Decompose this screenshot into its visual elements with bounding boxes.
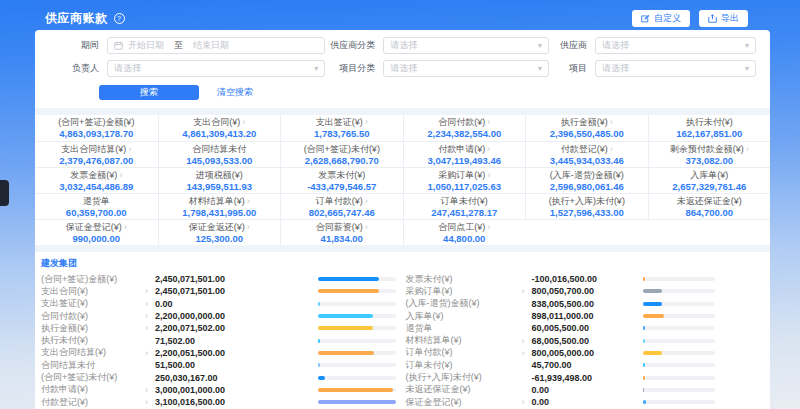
stat-card[interactable]: 剩余预付款金额(¥)›373,082.00 — [648, 141, 771, 167]
metric-row[interactable]: 支出合同(¥)›2,450,071,501.00 — [41, 285, 406, 297]
chevron-right-icon: › — [610, 144, 613, 154]
stat-card[interactable]: 材料结算单(¥)›1,798,431,995.00 — [158, 193, 281, 219]
stat-value: 4,861,309,413.20 — [182, 128, 256, 139]
metric-value: 51,500.00 — [155, 360, 318, 370]
clear-search-link[interactable]: 清空搜索 — [217, 86, 253, 99]
stat-card[interactable]: 支出合同结算(¥)›2,379,476,087.00 — [35, 141, 158, 167]
chevron-right-icon: › — [242, 117, 245, 127]
metric-bar — [318, 376, 396, 380]
metric-row[interactable]: 合同付款(¥)›2,200,000,000.00 — [41, 310, 406, 322]
metric-row[interactable]: 付款登记(¥)›3,100,016,500.00 — [41, 396, 406, 408]
metric-bar — [318, 388, 396, 392]
metric-bar-fill — [318, 388, 394, 392]
stat-card: 进项税额(¥)143,959,511.93 — [158, 167, 281, 193]
metric-row[interactable]: 采购订单(¥)›800,050,700.00 — [406, 285, 771, 297]
stat-value: 3,032,454,486.89 — [59, 181, 133, 192]
metric-bar-fill — [643, 302, 662, 306]
customize-button[interactable]: 自定义 — [632, 10, 690, 27]
metric-bar — [643, 326, 715, 330]
metric-row: 入库单(¥)898,011,000.00 — [406, 310, 771, 322]
metric-value: 0.00 — [532, 397, 644, 407]
metric-bar — [643, 400, 715, 404]
metric-row[interactable]: 订单付款(¥)›800,005,000.00 — [406, 347, 771, 359]
chevron-right-icon: › — [145, 311, 155, 321]
metric-bar-fill — [318, 339, 320, 343]
search-button[interactable]: 搜索 — [99, 85, 199, 100]
metric-bar — [318, 277, 396, 281]
metric-bar — [643, 277, 715, 281]
metric-value: 3,000,001,000.00 — [155, 385, 318, 395]
stat-card[interactable]: 合同点工(¥)›44,800.00 — [403, 219, 526, 245]
stat-card[interactable]: 合同付款(¥)›2,234,382,554.00 — [403, 115, 526, 141]
stat-cell-empty — [525, 219, 648, 245]
metric-label: 支出合同(¥) — [41, 285, 145, 298]
side-drawer-handle[interactable] — [0, 180, 9, 206]
export-button[interactable]: 导出 — [699, 10, 748, 27]
chevron-right-icon: › — [145, 397, 155, 407]
owner-label: 负责人 — [35, 62, 107, 75]
stat-card[interactable]: 付款登记(¥)›3,445,934,033.46 — [525, 141, 648, 167]
stat-label-text: 未返还保证金(¥) — [677, 196, 742, 206]
supplier-category-label: 供应商分类 — [325, 39, 383, 52]
stat-value: 125,300.00 — [195, 233, 243, 244]
project-category-select[interactable]: 请选择 ▾ — [383, 60, 549, 77]
metric-bar — [318, 326, 396, 330]
metric-value: 250,030,167.00 — [155, 373, 318, 383]
metric-row[interactable]: 付款申请(¥)›3,000,001,000.00 — [41, 384, 406, 396]
help-icon[interactable]: ? — [114, 13, 125, 24]
metric-bar — [318, 289, 396, 293]
stat-label-text: 发票未付(¥) — [318, 170, 365, 180]
metric-row[interactable]: 保证金登记(¥)›0.00 — [406, 396, 771, 408]
metric-label: 执行金额(¥) — [41, 322, 145, 335]
chevron-right-icon: › — [124, 222, 127, 232]
metric-row[interactable]: 支出签证(¥)›0.00 — [41, 298, 406, 310]
page-header: 供应商账款 ? 自定义 导出 — [45, 10, 748, 27]
stat-card[interactable]: 发票金额(¥)›3,032,454,486.89 — [35, 167, 158, 193]
metric-value: 2,200,071,502.00 — [155, 323, 318, 333]
stat-card[interactable]: 保证金登记(¥)›990,000.00 — [35, 219, 158, 245]
stat-card[interactable]: 保证金返还(¥)›125,300.00 — [158, 219, 281, 245]
stat-value: 1,783,765.50 — [314, 128, 369, 139]
metric-label: 发票未付(¥) — [406, 273, 522, 286]
chevron-right-icon: › — [522, 397, 532, 407]
metric-bar — [318, 302, 396, 306]
stat-label: (入库-退货)金额(¥) — [550, 170, 624, 181]
stat-label-text: 执行金额(¥) — [561, 117, 608, 127]
stat-label: 订单未付(¥) — [441, 196, 488, 207]
chevron-down-icon: ▾ — [745, 64, 749, 73]
stat-card[interactable]: 付款申请(¥)›3,047,119,493.46 — [403, 141, 526, 167]
metric-row[interactable]: 支出合同结算(¥)›2,200,051,500.00 — [41, 347, 406, 359]
metric-value: 0.00 — [155, 299, 318, 309]
chevron-down-icon: ▾ — [538, 41, 542, 50]
metric-row: 订单未付(¥)45,700.00 — [406, 359, 771, 371]
stat-card[interactable]: 支出签证(¥)›1,783,765.50 — [280, 115, 403, 141]
metric-label: 执行未付(¥) — [41, 334, 145, 347]
stat-card[interactable]: 支出合同(¥)›4,861,309,413.20 — [158, 115, 281, 141]
stat-card[interactable]: 采购订单(¥)›1,050,117,025.63 — [403, 167, 526, 193]
group-section: 建发集团 (合同+签证)金额(¥)2,450,071,501.00支出合同(¥)… — [35, 252, 770, 409]
project-select[interactable]: 请选择 ▾ — [595, 60, 756, 77]
metric-bar-fill — [643, 339, 645, 343]
metric-row[interactable]: 材料结算单(¥)›68,005,500.00 — [406, 334, 771, 346]
metric-row: 退货单60,005,500.00 — [406, 322, 771, 334]
stat-card: (入库-退货)金额(¥)2,596,980,061.46 — [525, 167, 648, 193]
metric-label: 采购订单(¥) — [406, 285, 522, 298]
stat-value: 2,657,329,761.46 — [672, 181, 746, 192]
stat-card[interactable]: 订单付款(¥)›802,665,747.46 — [280, 193, 403, 219]
stat-card: (合同+签证)未付(¥)2,628,668,790.70 — [280, 141, 403, 167]
group-name-link[interactable]: 建发集团 — [41, 257, 770, 270]
metric-row[interactable]: 执行金额(¥)›2,200,071,502.00 — [41, 322, 406, 334]
start-date-input[interactable]: 开始日期 — [128, 39, 164, 52]
stat-card[interactable]: 执行金额(¥)›2,396,550,485.00 — [525, 115, 648, 141]
date-range-input[interactable]: 开始日期 至 结束日期 — [107, 37, 325, 54]
supplier-select[interactable]: 请选择 ▾ — [595, 37, 756, 54]
stat-value: 162,167,851.00 — [676, 128, 742, 139]
stat-card[interactable]: 合同薪资(¥)›41,834.00 — [280, 219, 403, 245]
metric-label: (入库-退货)金额(¥) — [406, 297, 522, 310]
metric-label: (执行+入库)未付(¥) — [406, 371, 522, 384]
owner-select[interactable]: 请选择 ▾ — [107, 60, 325, 77]
end-date-input[interactable]: 结束日期 — [193, 39, 229, 52]
stat-card: (执行+入库)未付(¥)1,527,596,433.00 — [525, 193, 648, 219]
supplier-category-select[interactable]: 请选择 ▾ — [383, 37, 549, 54]
stat-value: 60,359,700.00 — [66, 207, 127, 218]
